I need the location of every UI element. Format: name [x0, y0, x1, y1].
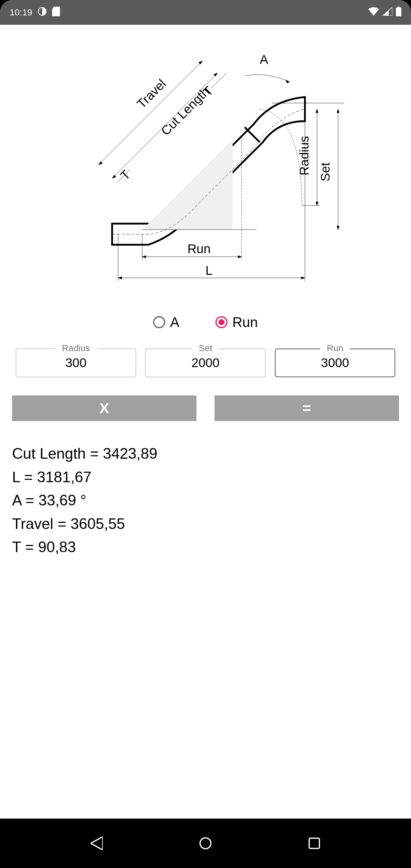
svg-marker-13 — [337, 109, 339, 113]
svg-point-33 — [200, 838, 211, 849]
svg-marker-10 — [316, 109, 318, 113]
svg-line-26 — [245, 127, 260, 142]
svg-marker-24 — [286, 80, 290, 83]
nav-bar — [0, 818, 411, 868]
svg-rect-2 — [396, 7, 401, 16]
equals-button[interactable]: = — [215, 396, 399, 421]
radio-run[interactable]: Run — [216, 314, 258, 330]
svg-marker-7 — [142, 255, 146, 258]
result-cutlength: Cut Length = 3423,89 — [12, 442, 399, 466]
contrast-icon — [38, 7, 47, 18]
nav-recent[interactable] — [302, 831, 326, 855]
nav-home[interactable] — [193, 831, 218, 855]
diagram-label-a: A — [260, 53, 268, 67]
svg-marker-17 — [98, 161, 102, 165]
diagram-label-l: L — [205, 264, 213, 278]
radio-a[interactable]: A — [153, 314, 179, 330]
result-t: T = 90,83 — [12, 535, 399, 559]
status-time: 10:19 — [10, 7, 32, 18]
diagram-label-run: Run — [187, 242, 211, 256]
result-a: A = 33,69 ° — [12, 489, 399, 513]
svg-marker-5 — [301, 277, 305, 279]
svg-marker-11 — [316, 202, 318, 206]
svg-marker-4 — [118, 277, 122, 279]
sd-card-icon — [52, 7, 60, 19]
svg-rect-1 — [398, 7, 400, 7]
radio-group: A Run — [12, 314, 399, 330]
field-run: Run — [275, 348, 395, 377]
field-set: Set — [145, 348, 266, 377]
svg-marker-20 — [112, 175, 116, 179]
label-set: Set — [192, 343, 219, 353]
battery-icon — [396, 7, 401, 19]
diagram: Travel Cut Length T T A Radius Set Run L — [12, 37, 399, 302]
diagram-label-radius: Radius — [297, 136, 311, 176]
diagram-label-travel: Travel — [134, 76, 169, 111]
radio-a-label: A — [170, 314, 179, 330]
result-travel: Travel = 3605,55 — [12, 513, 399, 536]
status-bar: 10:19 — [0, 0, 411, 25]
result-l: L = 3181,67 — [12, 466, 399, 489]
label-radius: Radius — [55, 343, 96, 353]
diagram-label-t1: T — [118, 167, 133, 183]
svg-line-23 — [212, 73, 227, 88]
wifi-icon — [368, 7, 379, 18]
label-run: Run — [320, 343, 350, 353]
radio-run-label: Run — [232, 314, 258, 330]
svg-marker-18 — [198, 61, 202, 64]
svg-rect-34 — [309, 838, 319, 848]
signal-icon — [383, 7, 392, 18]
diagram-label-set: Set — [318, 162, 333, 181]
field-radius: Radius — [16, 348, 136, 377]
svg-marker-21 — [214, 73, 218, 76]
svg-marker-8 — [238, 255, 242, 258]
svg-marker-14 — [337, 226, 339, 230]
results: Cut Length = 3423,89 L = 3181,67 A = 33,… — [12, 442, 399, 559]
nav-back[interactable] — [85, 831, 109, 855]
clear-button[interactable]: X — [12, 396, 196, 421]
